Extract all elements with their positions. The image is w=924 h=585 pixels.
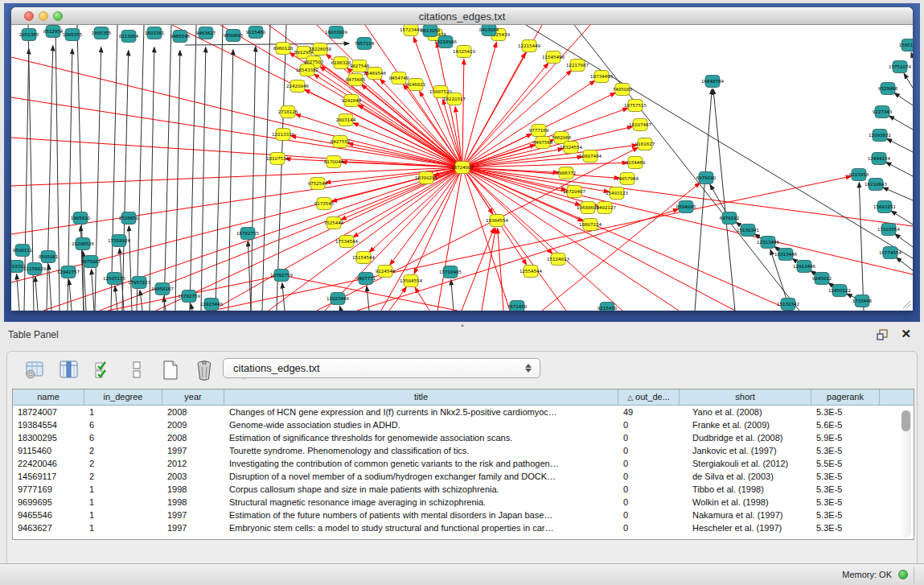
graph-node[interactable]: 1595107 bbox=[899, 39, 913, 51]
graph-node[interactable]: 12215449 bbox=[518, 40, 540, 52]
graph-node[interactable]: 7671450 bbox=[507, 301, 528, 311]
graph-node[interactable]: 18807224 bbox=[579, 219, 602, 231]
black-edge[interactable] bbox=[886, 163, 913, 176]
graph-node[interactable]: 9699695 bbox=[224, 30, 244, 42]
black-edge[interactable] bbox=[713, 89, 735, 311]
black-edge[interactable] bbox=[115, 286, 117, 311]
graph-node[interactable]: 9975887 bbox=[81, 256, 101, 268]
black-edge[interactable] bbox=[282, 283, 285, 311]
graph-node[interactable]: 17103554 bbox=[877, 224, 900, 236]
graph-node[interactable]: 18757515 bbox=[624, 100, 647, 112]
black-edge[interactable] bbox=[49, 265, 51, 311]
graph-node[interactable]: 11545498 bbox=[542, 51, 565, 64]
graph-node[interactable]: 9752544 bbox=[308, 178, 328, 190]
graph-node[interactable]: 12450122 bbox=[828, 285, 851, 297]
graph-node[interactable]: 12942757 bbox=[57, 266, 80, 278]
black-edge[interactable] bbox=[883, 187, 913, 200]
red-edge[interactable] bbox=[415, 287, 429, 311]
column-header-pagerank[interactable]: pagerank bbox=[811, 389, 880, 405]
graph-node[interactable]: 8427552 bbox=[331, 136, 351, 148]
black-edge[interactable] bbox=[451, 280, 454, 311]
black-edge[interactable] bbox=[859, 183, 864, 311]
black-edge[interactable] bbox=[77, 25, 84, 311]
table-mode-button[interactable] bbox=[23, 358, 47, 382]
graph-node[interactable]: 16648784 bbox=[701, 76, 724, 88]
table-row[interactable]: 2242004622012Investigating the contribut… bbox=[13, 457, 914, 470]
black-edge[interactable] bbox=[122, 51, 129, 311]
graph-node[interactable]: 1733446 bbox=[852, 295, 873, 307]
graph-node[interactable]: 20206526 bbox=[72, 238, 94, 250]
table-row[interactable]: 969969511998Structural magnetic resonanc… bbox=[13, 496, 914, 509]
graph-node[interactable]: 12913446 bbox=[793, 261, 815, 273]
column-header-out_de[interactable]: △out_de... bbox=[618, 389, 680, 405]
graph-node[interactable]: 9227343 bbox=[873, 106, 893, 118]
red-edge[interactable] bbox=[462, 167, 566, 311]
graph-node[interactable]: 15130341 bbox=[737, 225, 759, 237]
graph-node[interactable]: 8475685 bbox=[346, 74, 366, 86]
red-edge[interactable] bbox=[498, 229, 503, 311]
graph-node[interactable]: 7525444 bbox=[324, 217, 344, 229]
graph-node[interactable]: 1095355 bbox=[63, 29, 83, 41]
graph-node[interactable]: 2526650 bbox=[119, 212, 139, 225]
graph-node[interactable]: 10313446 bbox=[774, 249, 797, 261]
graph-node[interactable]: 9487771 bbox=[356, 273, 376, 285]
graph-node[interactable]: 8213954 bbox=[119, 31, 139, 43]
graph-node[interactable]: 9777169 bbox=[529, 125, 549, 137]
red-edge[interactable] bbox=[11, 138, 462, 167]
black-edge[interactable] bbox=[175, 51, 180, 311]
graph-node[interactable]: 8512954 bbox=[43, 26, 64, 38]
graph-node[interactable]: 8508111 bbox=[13, 245, 33, 257]
graph-node[interactable]: 8413054 bbox=[479, 25, 499, 36]
graph-node[interactable]: 16107487 bbox=[629, 119, 651, 131]
graph-node[interactable]: 12023448 bbox=[326, 293, 349, 305]
column-header-title[interactable]: title bbox=[224, 389, 618, 405]
black-edge[interactable] bbox=[904, 74, 913, 88]
graph-node[interactable]: 12923448 bbox=[200, 299, 223, 311]
table-row[interactable]: 977716911998Corpus callosum shape and si… bbox=[13, 483, 914, 496]
graph-node[interactable]: 2803144 bbox=[336, 114, 356, 126]
graph-node[interactable]: 8186328 bbox=[331, 57, 351, 69]
red-edge[interactable] bbox=[462, 53, 525, 167]
graph-node[interactable]: 12554544 bbox=[519, 266, 542, 278]
graph-node[interactable]: 15130342 bbox=[777, 299, 799, 311]
graph-node[interactable]: 19384554 bbox=[486, 215, 508, 227]
graph-node[interactable]: 1995810 bbox=[71, 212, 91, 225]
split-handle[interactable]: ▴ bbox=[458, 323, 466, 328]
graph-node[interactable]: 12505135 bbox=[103, 273, 125, 285]
black-edge[interactable] bbox=[887, 139, 913, 152]
black-edge[interactable] bbox=[251, 47, 256, 311]
graph-node[interactable]: 8505081 bbox=[39, 251, 59, 263]
red-edge[interactable] bbox=[212, 176, 851, 311]
black-edge[interactable] bbox=[228, 50, 233, 311]
close-panel-icon[interactable]: ✕ bbox=[901, 327, 911, 341]
graph-node[interactable]: 7857224 bbox=[355, 38, 375, 50]
red-edge[interactable] bbox=[11, 167, 462, 186]
float-panel-icon[interactable] bbox=[876, 328, 889, 341]
graph-node[interactable]: 15723449 bbox=[400, 25, 422, 36]
graph-node[interactable]: 7485083 bbox=[613, 84, 633, 96]
black-edge[interactable] bbox=[55, 25, 60, 311]
black-edge[interactable] bbox=[574, 25, 799, 311]
graph-node[interactable]: 2718126 bbox=[278, 106, 298, 118]
graph-node[interactable]: 19734493 bbox=[590, 71, 613, 83]
table-row[interactable]: 1872400712008Changes of HCN gene express… bbox=[13, 406, 914, 418]
black-edge[interactable] bbox=[340, 307, 341, 311]
black-edge[interactable] bbox=[17, 274, 19, 311]
graph-node[interactable]: 6979190 bbox=[696, 172, 717, 184]
deselect-all-button[interactable] bbox=[125, 358, 149, 382]
graph-node[interactable]: 9242844 bbox=[342, 95, 362, 107]
graph-node[interactable]: 8170044 bbox=[324, 156, 344, 168]
black-edge[interactable] bbox=[891, 211, 913, 225]
table-selector-dropdown[interactable]: citations_edges.txt bbox=[223, 358, 540, 378]
black-edge[interactable] bbox=[111, 25, 117, 311]
black-edge[interactable] bbox=[894, 93, 913, 105]
black-edge[interactable] bbox=[92, 270, 94, 311]
graph-node[interactable]: 10688609 bbox=[577, 202, 599, 214]
red-edge[interactable] bbox=[462, 145, 637, 167]
red-edge[interactable] bbox=[389, 287, 406, 311]
graph-node[interactable]: 17534544 bbox=[335, 236, 358, 248]
black-edge[interactable] bbox=[191, 304, 192, 311]
black-edge[interactable] bbox=[47, 46, 53, 311]
column-header-short[interactable]: short bbox=[680, 389, 811, 405]
graph-node[interactable]: 15124813 bbox=[547, 253, 569, 266]
